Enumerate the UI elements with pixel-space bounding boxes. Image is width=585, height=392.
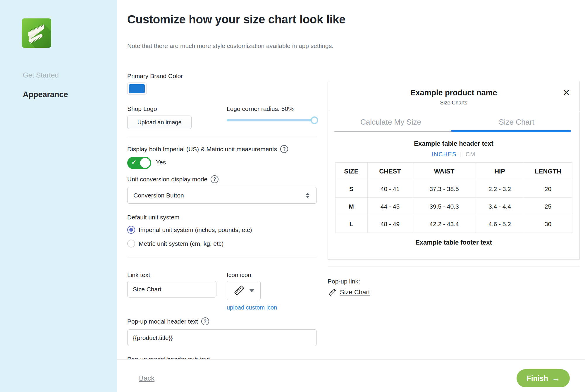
link-text-label: Link text bbox=[127, 271, 150, 278]
ruler-icon bbox=[328, 288, 337, 297]
brand-color-picker[interactable] bbox=[127, 82, 147, 95]
page-subtitle: Note that there are much more style cust… bbox=[127, 42, 333, 49]
conversion-mode-select[interactable]: Conversion Button bbox=[127, 187, 317, 204]
upload-custom-icon-link[interactable]: upload custom icon bbox=[227, 304, 277, 311]
sidebar: Get Started Appearance bbox=[0, 0, 117, 392]
wizard-footer: Back Finish → bbox=[117, 359, 585, 392]
caret-up-icon bbox=[306, 193, 309, 195]
cell: 42.2 - 43.4 bbox=[413, 215, 476, 233]
finish-label: Finish bbox=[526, 374, 548, 383]
shop-logo-label: Shop Logo bbox=[127, 105, 157, 112]
radio-imperial-label: Imperial unit system (inches, pounds, et… bbox=[139, 226, 252, 233]
icon-picker-select[interactable] bbox=[227, 281, 261, 300]
preview-product-name: Example product name bbox=[328, 88, 579, 97]
table-row: M 44 - 45 39.5 - 40.3 3.4 - 4.4 25 bbox=[335, 198, 572, 215]
icon-picker-label: Icon icon bbox=[227, 271, 251, 278]
radio-metric[interactable]: Metric unit system (cm, kg, etc) bbox=[127, 240, 224, 247]
col-header: SIZE bbox=[335, 163, 367, 180]
tab-label: Size Chart bbox=[499, 118, 534, 127]
tab-calculate-my-size[interactable]: Calculate My Size bbox=[328, 112, 454, 132]
tab-underline-active bbox=[451, 130, 571, 132]
cell: S bbox=[335, 180, 367, 198]
conversion-mode-label-text: Unit conversion display mode bbox=[127, 176, 207, 183]
popup-header-label: Pop-up modal header text ? bbox=[127, 317, 209, 325]
cell: 3.4 - 4.4 bbox=[476, 198, 524, 215]
default-unit-label: Default unit system bbox=[127, 214, 180, 221]
corner-radius-slider[interactable] bbox=[227, 116, 314, 124]
cell: 44 - 45 bbox=[367, 198, 413, 215]
close-icon[interactable]: ✕ bbox=[563, 88, 570, 97]
app-logo-icon bbox=[22, 18, 51, 48]
popup-header-input[interactable] bbox=[127, 329, 317, 346]
cell: 4.6 - 5.2 bbox=[476, 215, 524, 233]
cell: 40 - 41 bbox=[367, 180, 413, 198]
cell: M bbox=[335, 198, 367, 215]
radio-metric-label: Metric unit system (cm, kg, etc) bbox=[139, 240, 224, 247]
unit-cm[interactable]: CM bbox=[466, 151, 476, 157]
tab-size-chart[interactable]: Size Chart bbox=[454, 112, 579, 132]
unit-inches[interactable]: INCHES bbox=[432, 151, 457, 157]
cell: 25 bbox=[524, 198, 572, 215]
popup-size-chart-link[interactable]: Size Chart bbox=[340, 288, 370, 296]
preview-tabs: Calculate My Size Size Chart bbox=[328, 112, 579, 132]
radio-selected-icon[interactable] bbox=[127, 226, 135, 234]
finish-button[interactable]: Finish → bbox=[517, 369, 570, 387]
popup-header-label-text: Pop-up modal header text bbox=[127, 318, 198, 325]
radio-imperial[interactable]: Imperial unit system (inches, pounds, et… bbox=[127, 226, 252, 234]
arrow-right-icon: → bbox=[552, 374, 560, 383]
help-icon[interactable]: ? bbox=[211, 175, 218, 183]
table-footer-text: Example table footer text bbox=[328, 239, 579, 246]
table-header-text: Example table header text bbox=[328, 140, 579, 147]
cell: 2.2 - 3.2 bbox=[476, 180, 524, 198]
dual-units-label: Display both Imperial (US) & Metric unit… bbox=[127, 145, 288, 153]
unit-separator: | bbox=[457, 151, 466, 157]
table-row: S 40 - 41 37.3 - 38.5 2.2 - 3.2 20 bbox=[335, 180, 572, 198]
brand-color-swatch bbox=[129, 84, 145, 93]
sidebar-item-get-started[interactable]: Get Started bbox=[23, 71, 59, 79]
caret-down-icon bbox=[249, 289, 254, 292]
popup-link-label: Pop-up link: bbox=[328, 278, 360, 285]
size-chart-preview: Example product name Size Charts ✕ Calcu… bbox=[328, 81, 580, 260]
radio-unselected-icon[interactable] bbox=[127, 240, 135, 247]
conversion-mode-label: Unit conversion display mode ? bbox=[127, 175, 218, 183]
ruler-icon bbox=[233, 284, 246, 297]
size-table: SIZE CHEST WAIST HIP LENGTH S 40 - 41 37… bbox=[335, 162, 572, 233]
caret-down-icon bbox=[306, 196, 309, 198]
toggle-knob bbox=[140, 158, 150, 168]
back-link[interactable]: Back bbox=[139, 374, 154, 382]
preview-subtitle: Size Charts bbox=[328, 100, 579, 106]
help-icon[interactable]: ? bbox=[201, 317, 209, 325]
col-header: LENGTH bbox=[524, 163, 572, 180]
slider-handle[interactable] bbox=[311, 116, 318, 124]
table-row: L 48 - 49 42.2 - 43.4 4.6 - 5.2 30 bbox=[335, 215, 572, 233]
preview-header: Example product name Size Charts ✕ bbox=[328, 81, 579, 112]
col-header: WAIST bbox=[413, 163, 476, 180]
page-title: Customize how your size chart look like bbox=[127, 13, 345, 26]
tab-label: Calculate My Size bbox=[360, 118, 421, 127]
help-icon[interactable]: ? bbox=[280, 145, 288, 153]
upload-image-button[interactable]: Upload an image bbox=[127, 116, 192, 129]
cell: 48 - 49 bbox=[367, 215, 413, 233]
table-header-row: SIZE CHEST WAIST HIP LENGTH bbox=[335, 163, 572, 180]
divider bbox=[328, 267, 580, 267]
unit-switcher: INCHES|CM bbox=[328, 151, 579, 158]
col-header: HIP bbox=[476, 163, 524, 180]
dual-units-toggle[interactable]: ✓ bbox=[127, 157, 151, 169]
conversion-mode-value: Conversion Button bbox=[133, 192, 306, 199]
select-stepper-icon bbox=[306, 193, 309, 198]
app-root: Get Started Appearance Customize how you… bbox=[0, 0, 585, 392]
cell: 37.3 - 38.5 bbox=[413, 180, 476, 198]
col-header: CHEST bbox=[367, 163, 413, 180]
toggle-state-label: Yes bbox=[156, 159, 166, 166]
sidebar-item-appearance[interactable]: Appearance bbox=[23, 90, 68, 99]
cell: L bbox=[335, 215, 367, 233]
slider-track bbox=[227, 119, 314, 121]
cell: 30 bbox=[524, 215, 572, 233]
check-icon: ✓ bbox=[131, 159, 137, 166]
divider bbox=[127, 137, 317, 137]
tab-underline bbox=[334, 131, 451, 132]
popup-link: Size Chart bbox=[328, 288, 370, 297]
cell: 20 bbox=[524, 180, 572, 198]
link-text-input[interactable] bbox=[127, 281, 216, 298]
dual-units-label-text: Display both Imperial (US) & Metric unit… bbox=[127, 146, 277, 153]
